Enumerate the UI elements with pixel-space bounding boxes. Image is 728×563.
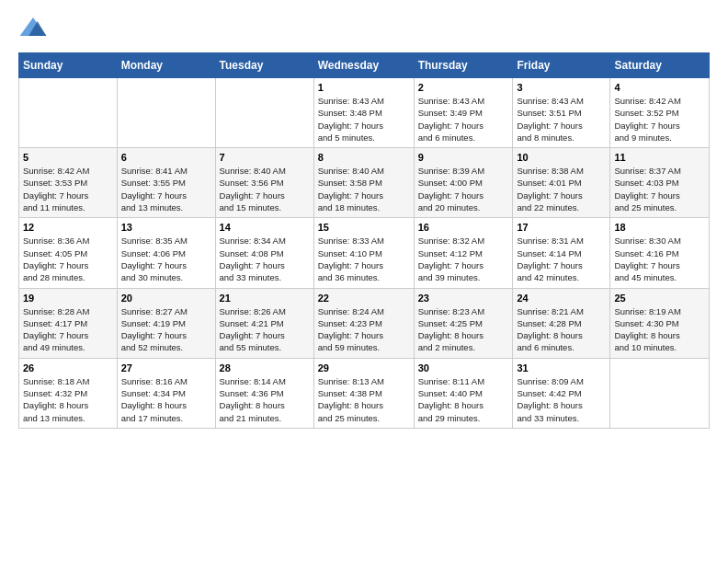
day-info: Sunrise: 8:37 AM Sunset: 4:03 PM Dayligh… — [614, 165, 705, 213]
page: SundayMondayTuesdayWednesdayThursdayFrid… — [0, 0, 728, 563]
calendar-cell: 4Sunrise: 8:42 AM Sunset: 3:52 PM Daylig… — [610, 78, 710, 148]
day-number: 3 — [517, 82, 606, 93]
day-number: 4 — [614, 82, 705, 93]
day-number: 6 — [121, 152, 211, 163]
day-number: 12 — [23, 222, 113, 233]
day-number: 16 — [418, 222, 509, 233]
day-info: Sunrise: 8:42 AM Sunset: 3:53 PM Dayligh… — [23, 165, 113, 213]
calendar-cell — [610, 358, 710, 428]
day-number: 10 — [517, 152, 606, 163]
calendar-cell: 29Sunrise: 8:13 AM Sunset: 4:38 PM Dayli… — [313, 358, 414, 428]
calendar-cell: 13Sunrise: 8:35 AM Sunset: 4:06 PM Dayli… — [117, 218, 215, 288]
day-info: Sunrise: 8:21 AM Sunset: 4:28 PM Dayligh… — [517, 305, 606, 354]
calendar-cell: 8Sunrise: 8:40 AM Sunset: 3:58 PM Daylig… — [313, 148, 414, 218]
calendar-cell: 19Sunrise: 8:28 AM Sunset: 4:17 PM Dayli… — [19, 288, 118, 358]
day-number: 20 — [121, 293, 211, 304]
day-info: Sunrise: 8:39 AM Sunset: 4:00 PM Dayligh… — [418, 165, 509, 213]
calendar-cell: 11Sunrise: 8:37 AM Sunset: 4:03 PM Dayli… — [610, 148, 710, 218]
day-info: Sunrise: 8:38 AM Sunset: 4:01 PM Dayligh… — [517, 165, 606, 213]
day-info: Sunrise: 8:40 AM Sunset: 3:56 PM Dayligh… — [220, 165, 310, 213]
day-number: 9 — [418, 152, 509, 163]
weekday-header-sunday: Sunday — [19, 53, 118, 78]
calendar-cell — [117, 78, 215, 148]
calendar-cell: 14Sunrise: 8:34 AM Sunset: 4:08 PM Dayli… — [215, 218, 313, 288]
day-info: Sunrise: 8:41 AM Sunset: 3:55 PM Dayligh… — [121, 165, 211, 213]
calendar-cell: 17Sunrise: 8:31 AM Sunset: 4:14 PM Dayli… — [513, 218, 610, 288]
day-info: Sunrise: 8:23 AM Sunset: 4:25 PM Dayligh… — [418, 305, 509, 354]
day-info: Sunrise: 8:43 AM Sunset: 3:51 PM Dayligh… — [517, 95, 606, 144]
week-row-4: 19Sunrise: 8:28 AM Sunset: 4:17 PM Dayli… — [19, 288, 710, 358]
calendar-cell: 16Sunrise: 8:32 AM Sunset: 4:12 PM Dayli… — [414, 218, 513, 288]
calendar-cell: 3Sunrise: 8:43 AM Sunset: 3:51 PM Daylig… — [513, 78, 610, 148]
weekday-header-friday: Friday — [513, 53, 610, 78]
day-info: Sunrise: 8:18 AM Sunset: 4:32 PM Dayligh… — [23, 375, 113, 424]
week-row-5: 26Sunrise: 8:18 AM Sunset: 4:32 PM Dayli… — [19, 358, 710, 428]
calendar-cell: 23Sunrise: 8:23 AM Sunset: 4:25 PM Dayli… — [414, 288, 513, 358]
day-number: 23 — [418, 293, 509, 304]
header — [18, 14, 710, 43]
calendar-cell — [215, 78, 313, 148]
day-info: Sunrise: 8:31 AM Sunset: 4:14 PM Dayligh… — [517, 235, 606, 283]
calendar-cell: 18Sunrise: 8:30 AM Sunset: 4:16 PM Dayli… — [610, 218, 710, 288]
day-info: Sunrise: 8:14 AM Sunset: 4:36 PM Dayligh… — [220, 375, 310, 424]
day-number: 26 — [23, 362, 113, 373]
weekday-header-thursday: Thursday — [414, 53, 513, 78]
day-info: Sunrise: 8:27 AM Sunset: 4:19 PM Dayligh… — [121, 305, 211, 354]
day-number: 19 — [23, 293, 113, 304]
day-info: Sunrise: 8:09 AM Sunset: 4:42 PM Dayligh… — [517, 375, 606, 424]
logo-icon — [18, 14, 48, 43]
day-info: Sunrise: 8:34 AM Sunset: 4:08 PM Dayligh… — [220, 235, 310, 283]
calendar-cell: 15Sunrise: 8:33 AM Sunset: 4:10 PM Dayli… — [313, 218, 414, 288]
day-info: Sunrise: 8:35 AM Sunset: 4:06 PM Dayligh… — [121, 235, 211, 283]
day-info: Sunrise: 8:32 AM Sunset: 4:12 PM Dayligh… — [418, 235, 509, 283]
day-info: Sunrise: 8:13 AM Sunset: 4:38 PM Dayligh… — [318, 375, 410, 424]
calendar-cell: 30Sunrise: 8:11 AM Sunset: 4:40 PM Dayli… — [414, 358, 513, 428]
day-number: 5 — [23, 152, 113, 163]
day-number: 7 — [220, 152, 310, 163]
day-number: 24 — [517, 293, 606, 304]
day-info: Sunrise: 8:42 AM Sunset: 3:52 PM Dayligh… — [614, 95, 705, 144]
calendar-cell: 31Sunrise: 8:09 AM Sunset: 4:42 PM Dayli… — [513, 358, 610, 428]
day-number: 28 — [220, 362, 310, 373]
calendar-cell — [19, 78, 118, 148]
day-number: 21 — [220, 293, 310, 304]
week-row-2: 5Sunrise: 8:42 AM Sunset: 3:53 PM Daylig… — [19, 148, 710, 218]
day-info: Sunrise: 8:43 AM Sunset: 3:49 PM Dayligh… — [418, 95, 509, 144]
day-info: Sunrise: 8:40 AM Sunset: 3:58 PM Dayligh… — [318, 165, 410, 213]
calendar-cell: 25Sunrise: 8:19 AM Sunset: 4:30 PM Dayli… — [610, 288, 710, 358]
calendar-cell: 10Sunrise: 8:38 AM Sunset: 4:01 PM Dayli… — [513, 148, 610, 218]
weekday-header-row: SundayMondayTuesdayWednesdayThursdayFrid… — [19, 53, 710, 78]
day-info: Sunrise: 8:28 AM Sunset: 4:17 PM Dayligh… — [23, 305, 113, 354]
day-number: 30 — [418, 362, 509, 373]
calendar-cell: 5Sunrise: 8:42 AM Sunset: 3:53 PM Daylig… — [19, 148, 118, 218]
calendar-table: SundayMondayTuesdayWednesdayThursdayFrid… — [18, 52, 710, 429]
day-number: 25 — [614, 293, 705, 304]
weekday-header-wednesday: Wednesday — [313, 53, 414, 78]
calendar-cell: 27Sunrise: 8:16 AM Sunset: 4:34 PM Dayli… — [117, 358, 215, 428]
day-info: Sunrise: 8:33 AM Sunset: 4:10 PM Dayligh… — [318, 235, 410, 283]
weekday-header-monday: Monday — [117, 53, 215, 78]
day-info: Sunrise: 8:19 AM Sunset: 4:30 PM Dayligh… — [614, 305, 705, 354]
day-info: Sunrise: 8:16 AM Sunset: 4:34 PM Dayligh… — [121, 375, 211, 424]
day-info: Sunrise: 8:11 AM Sunset: 4:40 PM Dayligh… — [418, 375, 509, 424]
week-row-1: 1Sunrise: 8:43 AM Sunset: 3:48 PM Daylig… — [19, 78, 710, 148]
weekday-header-tuesday: Tuesday — [215, 53, 313, 78]
calendar-cell: 12Sunrise: 8:36 AM Sunset: 4:05 PM Dayli… — [19, 218, 118, 288]
calendar-cell: 22Sunrise: 8:24 AM Sunset: 4:23 PM Dayli… — [313, 288, 414, 358]
calendar-cell: 24Sunrise: 8:21 AM Sunset: 4:28 PM Dayli… — [513, 288, 610, 358]
calendar-cell: 28Sunrise: 8:14 AM Sunset: 4:36 PM Dayli… — [215, 358, 313, 428]
calendar-body: 1Sunrise: 8:43 AM Sunset: 3:48 PM Daylig… — [19, 78, 710, 429]
day-number: 22 — [318, 293, 410, 304]
calendar-cell: 20Sunrise: 8:27 AM Sunset: 4:19 PM Dayli… — [117, 288, 215, 358]
logo — [18, 14, 51, 43]
day-info: Sunrise: 8:24 AM Sunset: 4:23 PM Dayligh… — [318, 305, 410, 354]
day-info: Sunrise: 8:26 AM Sunset: 4:21 PM Dayligh… — [220, 305, 310, 354]
calendar-cell: 9Sunrise: 8:39 AM Sunset: 4:00 PM Daylig… — [414, 148, 513, 218]
day-number: 29 — [318, 362, 410, 373]
day-number: 11 — [614, 152, 705, 163]
calendar-cell: 2Sunrise: 8:43 AM Sunset: 3:49 PM Daylig… — [414, 78, 513, 148]
day-info: Sunrise: 8:30 AM Sunset: 4:16 PM Dayligh… — [614, 235, 705, 283]
day-number: 14 — [220, 222, 310, 233]
day-number: 27 — [121, 362, 211, 373]
day-number: 17 — [517, 222, 606, 233]
